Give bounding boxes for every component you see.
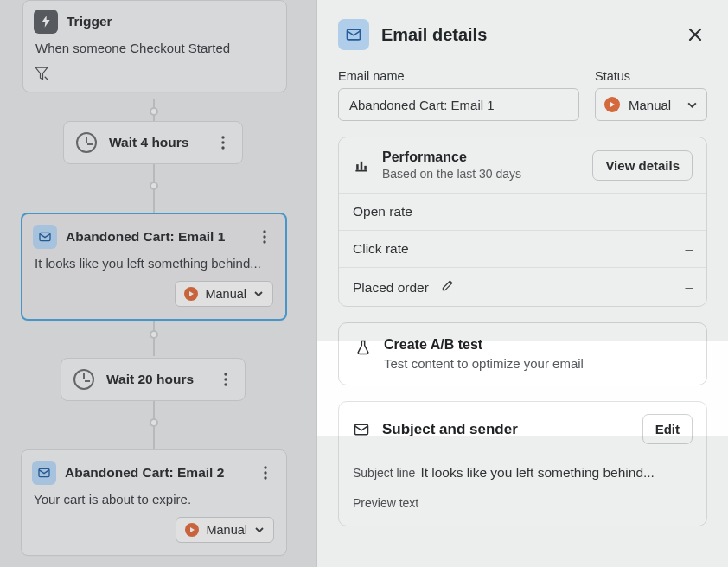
create-ab-test-card[interactable]: Create A/B test Test content to optimize… xyxy=(338,322,707,385)
wait-label: Wait 4 hours xyxy=(109,135,213,150)
subject-line-label: Subject line xyxy=(353,466,415,480)
svg-point-7 xyxy=(224,373,227,375)
preview-text-label: Preview text xyxy=(353,496,418,510)
email-icon xyxy=(353,421,370,438)
svg-point-6 xyxy=(263,240,265,243)
email-icon xyxy=(32,461,56,485)
more-menu-button[interactable] xyxy=(215,369,236,390)
status-label: Status xyxy=(595,69,707,83)
email-icon xyxy=(338,19,369,50)
svg-point-9 xyxy=(224,383,227,385)
status-chip-label: Manual xyxy=(205,287,246,301)
performance-title: Performance xyxy=(382,150,580,165)
flow-node-dot xyxy=(150,182,158,190)
metric-label: Click rate xyxy=(353,241,409,257)
flow-node-dot xyxy=(150,330,158,339)
email-card-title: Abandoned Cart: Email 2 xyxy=(65,465,224,481)
view-details-button[interactable]: View details xyxy=(592,150,693,181)
trigger-body: When someone Checkout Started xyxy=(23,37,286,66)
status-dropdown[interactable]: Manual xyxy=(595,88,707,121)
trigger-card[interactable]: Trigger When someone Checkout Started xyxy=(22,0,287,92)
wait-card-1[interactable]: Wait 4 hours xyxy=(63,121,243,164)
ab-test-subtitle: Test content to optimize your email xyxy=(384,356,584,371)
email-preview-text: Your cart is about to expire. xyxy=(22,488,286,517)
status-chip-label: Manual xyxy=(206,523,247,537)
status-chip[interactable]: Manual xyxy=(176,517,274,543)
svg-point-5 xyxy=(263,235,265,238)
trigger-title: Trigger xyxy=(67,14,112,29)
svg-point-12 xyxy=(264,471,266,474)
email-card-1[interactable]: Abandoned Cart: Email 1 It looks like yo… xyxy=(21,213,287,321)
wait-label: Wait 20 hours xyxy=(106,372,215,387)
flow-node-dot xyxy=(150,418,158,427)
metric-label: Placed order xyxy=(353,280,429,295)
svg-point-4 xyxy=(263,230,265,233)
status-icon xyxy=(604,97,620,112)
email-preview-text: It looks like you left something behind.… xyxy=(22,252,285,281)
clock-icon xyxy=(76,132,97,153)
wait-card-2[interactable]: Wait 20 hours xyxy=(61,358,246,401)
status-value: Manual xyxy=(629,98,671,112)
svg-rect-16 xyxy=(361,162,363,170)
metric-row: Open rate – xyxy=(339,193,706,230)
svg-rect-15 xyxy=(356,164,359,170)
flow-node-dot xyxy=(150,107,158,116)
svg-point-2 xyxy=(221,146,224,149)
status-chip[interactable]: Manual xyxy=(175,281,273,307)
more-menu-button[interactable] xyxy=(254,226,275,247)
subject-sender-heading: Subject and sender xyxy=(382,421,630,438)
svg-point-11 xyxy=(264,466,266,468)
more-menu-button[interactable] xyxy=(213,132,233,153)
panel-title: Email details xyxy=(381,25,671,45)
metric-label: Open rate xyxy=(353,204,412,220)
flow-canvas[interactable]: Trigger When someone Checkout Started Wa… xyxy=(0,0,317,567)
subject-line-value: It looks like you left something behind.… xyxy=(420,465,655,481)
svg-point-13 xyxy=(264,476,266,479)
edit-subject-button[interactable]: Edit xyxy=(642,414,693,444)
email-name-label: Email name xyxy=(338,69,579,83)
clock-icon xyxy=(73,369,94,390)
svg-point-8 xyxy=(224,378,227,380)
email-card-2[interactable]: Abandoned Cart: Email 2 Your cart is abo… xyxy=(21,449,287,556)
metric-row: Placed order – xyxy=(339,267,706,306)
metric-value: – xyxy=(685,241,693,257)
status-icon xyxy=(184,287,198,301)
edit-metric-icon[interactable] xyxy=(441,278,455,292)
metric-value: – xyxy=(685,204,693,220)
email-card-title: Abandoned Cart: Email 1 xyxy=(66,229,225,245)
email-name-input[interactable] xyxy=(338,88,579,121)
email-details-panel: Email details Email name Status Manual P… xyxy=(317,0,728,567)
flask-icon xyxy=(354,337,372,356)
metric-row: Click rate – xyxy=(339,230,706,267)
ab-test-title: Create A/B test xyxy=(384,337,584,353)
metric-value: – xyxy=(685,279,693,295)
close-button[interactable] xyxy=(683,22,707,47)
lightning-icon xyxy=(34,10,58,34)
svg-rect-17 xyxy=(364,166,367,170)
performance-subtitle: Based on the last 30 days xyxy=(382,167,580,181)
more-menu-button[interactable] xyxy=(255,462,276,483)
cursor-filter-icon xyxy=(34,66,51,83)
svg-point-0 xyxy=(221,136,224,138)
email-icon xyxy=(33,225,57,249)
status-icon xyxy=(185,523,199,537)
bar-chart-icon xyxy=(353,156,370,174)
performance-card: Performance Based on the last 30 days Vi… xyxy=(338,137,707,307)
svg-point-1 xyxy=(221,141,224,143)
subject-sender-card: Subject and sender Edit Subject line It … xyxy=(338,401,707,526)
